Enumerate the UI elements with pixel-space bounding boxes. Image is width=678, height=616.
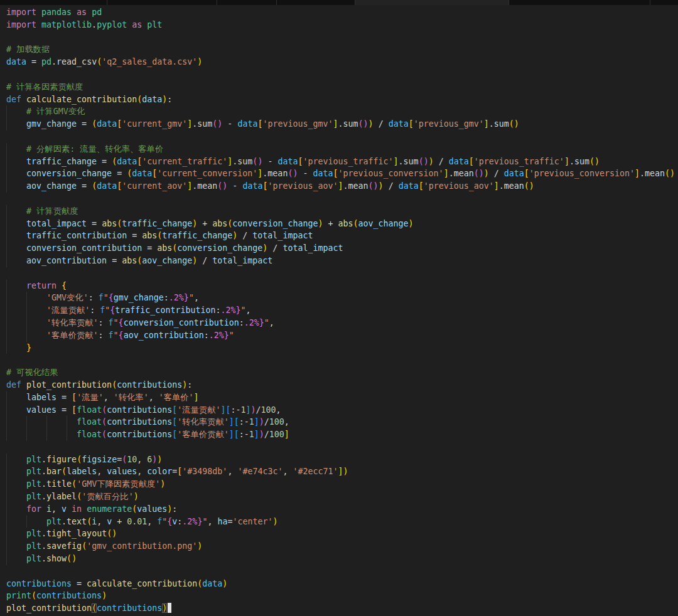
indent-guide (26, 416, 27, 428)
code-line[interactable] (0, 441, 678, 454)
code-token: / (256, 405, 261, 415)
code-line[interactable]: plt.figure(figsize=(10, 6)) (0, 454, 678, 466)
code-line[interactable]: labels = ['流量', '转化率', '客单价'] (0, 391, 678, 404)
code-line[interactable]: plt.savefig('gmv_contribution.png') (0, 540, 678, 553)
code-line[interactable]: # 加载数据 (0, 43, 678, 56)
code-line[interactable]: } (0, 342, 678, 354)
code-token: values (137, 504, 167, 514)
code-line[interactable]: data = pd.read_csv('q2_sales_data.csv') (0, 56, 678, 68)
code-line[interactable]: plt.title('GMV下降因素贡献度') (0, 478, 678, 491)
code-line[interactable]: traffic_contribution = abs(traffic_chang… (0, 230, 678, 242)
code-line[interactable] (0, 354, 678, 366)
code-line[interactable]: for i, v in enumerate(values): (0, 503, 678, 516)
code-token: 'current_gmv' (122, 119, 187, 129)
code-token (6, 504, 26, 514)
code-line[interactable]: def plot_contribution(contributions): (0, 379, 678, 391)
indent-guide (6, 454, 7, 466)
code-token (6, 256, 26, 265)
code-token: = (26, 57, 41, 66)
code-token: } (184, 293, 189, 302)
code-token: sum (574, 157, 589, 166)
code-line[interactable]: conversion_change = (data['current_conve… (0, 167, 678, 180)
code-token: ) (259, 417, 264, 427)
code-line[interactable]: aov_contribution = abs(aov_change) / tot… (0, 255, 678, 267)
code-line[interactable]: plot_contribution(contributions) (0, 602, 678, 615)
code-token: ) (160, 479, 165, 489)
indent-guide (6, 242, 7, 255)
code-line[interactable] (0, 565, 678, 578)
code-token: ) (112, 529, 117, 538)
code-line[interactable]: # 计算贡献度 (0, 205, 678, 218)
code-line[interactable] (0, 193, 678, 205)
code-token: plt (26, 492, 41, 501)
code-line[interactable]: # 分解因素: 流量、转化率、客单价 (0, 143, 678, 156)
code-token: ( (112, 380, 117, 390)
code-token: ] (484, 119, 489, 129)
code-line[interactable]: def calculate_contribution(data): (0, 93, 678, 106)
code-line[interactable]: # 可视化结果 (0, 366, 678, 379)
code-line[interactable]: # 计算GMV变化 (0, 105, 678, 118)
code-line[interactable]: plt.show() (0, 553, 678, 565)
code-token: ) (595, 157, 600, 166)
tab-divider (355, 0, 355, 5)
code-line[interactable]: values = [float(contributions['流量贡献'][:-… (0, 404, 678, 417)
code-token: aov_contribution (26, 256, 107, 265)
code-line[interactable] (0, 267, 678, 280)
code-line[interactable]: '流量贡献': f"{traffic_contribution:.2%}", (0, 304, 678, 317)
code-token (6, 107, 26, 116)
code-line[interactable]: total_impact = abs(traffic_change) + abs… (0, 218, 678, 230)
code-line[interactable]: import matplotlib.pyplot as plt (0, 19, 678, 31)
code-token: } (235, 305, 240, 315)
code-line[interactable]: '转化率贡献': f"{conversion_contribution:.2%}… (0, 317, 678, 329)
code-line[interactable]: gmv_change = (data['current_gmv'].sum() … (0, 118, 678, 130)
code-token: ] (635, 169, 640, 178)
code-token: 100 (261, 405, 276, 415)
code-line[interactable]: contributions = calculate_contribution(d… (0, 578, 678, 590)
code-line[interactable]: '客单价贡献': f"{aov_contribution:.2%}" (0, 329, 678, 342)
code-token: plt (26, 455, 41, 464)
code-line[interactable]: aov_change = (data['current_aov'].mean()… (0, 180, 678, 193)
code-line[interactable] (0, 68, 678, 81)
code-token: def (6, 380, 21, 390)
code-token: total_impact (252, 231, 313, 240)
code-line[interactable] (0, 130, 678, 143)
code-token: ha (217, 517, 227, 526)
code-line[interactable]: print(contributions) (0, 590, 678, 602)
active-tab[interactable] (355, 0, 508, 5)
code-line[interactable]: plt.bar(labels, values, color=['#3498db'… (0, 465, 678, 478)
code-token: ) (670, 169, 675, 178)
code-line[interactable]: plt.tight_layout() (0, 528, 678, 540)
code-token: ] (333, 119, 338, 129)
tab-bar[interactable] (0, 0, 678, 5)
code-token: '流量贡献' (46, 305, 90, 315)
code-token: plt (46, 517, 62, 526)
indent-guide (6, 230, 7, 242)
code-token: / (237, 231, 252, 240)
code-token: . (640, 169, 645, 178)
code-token: def (6, 95, 21, 104)
code-line[interactable]: import pandas as pd (0, 6, 678, 19)
code-token: - (298, 169, 313, 178)
code-line[interactable]: 'GMV变化': f"{gmv_change:.2%}", (0, 292, 678, 304)
code-token: [ (419, 181, 424, 191)
code-token: traffic_contribution (26, 231, 127, 240)
code-line[interactable]: plt.text(i, v + 0.01, f"{v:.2%}", ha='ce… (0, 516, 678, 528)
code-line[interactable]: float(contributions['客单价贡献'][:-1])/100] (0, 428, 678, 441)
code-line[interactable]: conversion_contribution = abs(conversion… (0, 242, 678, 255)
code-line[interactable]: return { (0, 280, 678, 292)
code-token: = (112, 169, 127, 178)
code-token: ) (479, 169, 484, 178)
code-line[interactable]: float(contributions['转化率贡献'][:-1])/100, (0, 416, 678, 428)
tab-divider (650, 0, 650, 5)
code-line[interactable]: plt.ylabel('贡献百分比') (0, 491, 678, 503)
code-token: plt (26, 541, 41, 551)
indent-guide (6, 292, 7, 304)
code-line[interactable]: traffic_change = (data['current_traffic'… (0, 156, 678, 168)
code-token: abs (212, 219, 227, 228)
code-token (6, 206, 26, 216)
code-line[interactable] (0, 31, 678, 44)
code-line[interactable]: # 计算各因素贡献度 (0, 81, 678, 93)
code-editor[interactable]: import pandas as pdimport matplotlib.pyp… (0, 5, 678, 616)
code-token: sum (343, 119, 358, 129)
code-token: ( (87, 517, 92, 526)
